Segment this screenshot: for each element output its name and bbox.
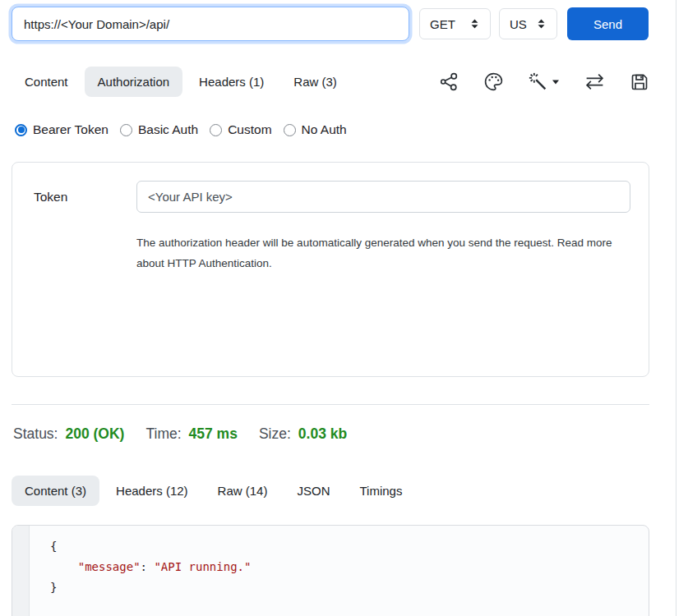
auth-options: Bearer Token Basic Auth Custom No Auth [12, 122, 649, 137]
token-label: Token [34, 190, 136, 205]
radio-bearer-token[interactable] [15, 124, 27, 136]
response-tab-content[interactable]: Content (3) [12, 476, 99, 506]
request-tabs-row: Content Authorization Headers (1) Raw (3… [12, 67, 649, 97]
json-value: "API running." [154, 560, 251, 573]
time-label: Time: [145, 425, 181, 443]
magic-wand-icon[interactable] [528, 71, 560, 92]
status-value: 200 (OK) [65, 425, 124, 443]
token-help-text: The authorization header will be automat… [136, 232, 620, 274]
auth-option-custom[interactable]: Custom [210, 122, 271, 137]
window-edge-divider [676, 0, 676, 616]
response-json-code: { "message": "API running." } [30, 526, 649, 616]
code-gutter [12, 526, 30, 616]
save-icon[interactable] [630, 72, 649, 92]
toolbar-icons [439, 71, 649, 92]
status-label: Status: [13, 425, 58, 443]
region-select[interactable]: US [499, 8, 557, 39]
status-group: Status: 200 (OK) [13, 425, 124, 443]
method-select-value: GET [430, 17, 455, 31]
response-tab-headers[interactable]: Headers (12) [103, 476, 201, 506]
code-line: { [50, 536, 640, 557]
response-body-panel: { "message": "API running." } [12, 525, 649, 616]
tab-content[interactable]: Content [12, 67, 81, 97]
palette-icon[interactable] [483, 71, 504, 92]
response-tab-json[interactable]: JSON [284, 476, 343, 506]
api-client-page: GET US Send Content Authorization Header… [0, 0, 688, 616]
response-tab-timings[interactable]: Timings [346, 476, 415, 506]
url-input[interactable] [12, 7, 409, 41]
auth-option-label: No Auth [302, 122, 347, 137]
updown-arrows-icon [469, 18, 480, 30]
size-value: 0.03 kb [298, 425, 347, 443]
auth-option-no-auth[interactable]: No Auth [284, 122, 347, 137]
json-key: "message" [78, 560, 141, 573]
share-icon[interactable] [439, 71, 459, 92]
auth-option-basic-auth[interactable]: Basic Auth [120, 122, 198, 137]
section-divider [12, 404, 649, 405]
token-panel: Token The authorization header will be a… [12, 162, 649, 377]
radio-no-auth[interactable] [284, 124, 296, 136]
tab-headers[interactable]: Headers (1) [186, 67, 277, 97]
send-button[interactable]: Send [567, 7, 649, 40]
request-bar: GET US Send [12, 7, 649, 41]
tab-raw[interactable]: Raw (3) [280, 67, 350, 97]
auth-option-label: Custom [228, 122, 271, 137]
response-status-bar: Status: 200 (OK) Time: 457 ms Size: 0.03… [12, 425, 649, 443]
auth-option-label: Basic Auth [138, 122, 198, 137]
auth-option-label: Bearer Token [33, 122, 109, 137]
response-tabs-row: Content (3) Headers (12) Raw (14) JSON T… [12, 476, 649, 506]
response-tab-raw[interactable]: Raw (14) [205, 476, 281, 506]
token-row: Token [34, 181, 630, 213]
time-value: 457 ms [189, 425, 238, 443]
radio-basic-auth[interactable] [120, 124, 132, 136]
method-select[interactable]: GET [419, 8, 491, 39]
size-group: Size: 0.03 kb [259, 425, 347, 443]
auth-option-bearer-token[interactable]: Bearer Token [15, 122, 109, 137]
radio-custom[interactable] [210, 124, 222, 136]
token-input[interactable] [136, 181, 630, 213]
caret-down-icon [552, 78, 560, 86]
tab-authorization[interactable]: Authorization [85, 67, 183, 97]
updown-arrows-icon [536, 18, 547, 30]
code-line: } [50, 577, 640, 598]
code-line: "message": "API running." [50, 557, 640, 577]
size-label: Size: [259, 425, 291, 443]
time-group: Time: 457 ms [145, 425, 237, 443]
swap-arrows-icon[interactable] [584, 71, 606, 92]
region-select-value: US [510, 17, 527, 31]
